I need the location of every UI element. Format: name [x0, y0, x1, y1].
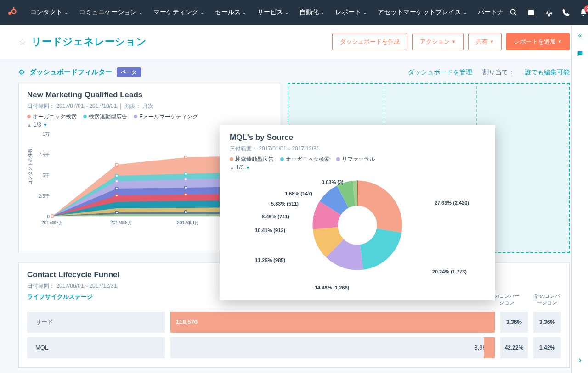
pager-text: 1/3	[34, 122, 41, 128]
filter-icon[interactable]: ⚙	[18, 68, 25, 77]
svg-point-46	[580, 53, 580, 53]
donut-label-d: 11.25% (985)	[255, 257, 285, 263]
nav-service[interactable]: サービス⌄	[252, 8, 294, 17]
card1-freq-label: 頻度：	[124, 103, 141, 109]
svg-text:2017年7月: 2017年7月	[41, 220, 63, 225]
nav-marketplace[interactable]: アセットマーケットプレイス⌄	[372, 8, 472, 17]
actions-button[interactable]: アクション▼	[412, 33, 464, 50]
svg-point-5	[510, 9, 515, 14]
funnel-row-mql: MQL 3,984 42.22% 1.42%	[27, 337, 561, 358]
nav-contacts[interactable]: コンタクト⌄	[25, 8, 74, 17]
marketplace-icon[interactable]	[526, 8, 536, 17]
nav-communication[interactable]: コミュニケーション⌄	[74, 8, 148, 17]
svg-text:コンタクトの件数: コンタクトの件数	[28, 148, 33, 185]
donut-label-f: 8.46% (741)	[262, 214, 289, 219]
float-pager-text: 1/3	[236, 164, 244, 171]
donut-label-a: 27.63% (2,420)	[435, 200, 469, 206]
donut-label-e: 10.41% (912)	[255, 228, 285, 233]
svg-point-23	[184, 178, 187, 181]
svg-text:1万: 1万	[42, 132, 50, 137]
float-title: MQL's by Source	[230, 133, 485, 142]
svg-point-27	[115, 194, 118, 197]
share-button[interactable]: 共有▼	[468, 33, 502, 50]
svg-text:2017年9月: 2017年9月	[177, 220, 199, 225]
legend-email: Eメールマーケティング	[139, 113, 198, 120]
float-pager-prev-icon[interactable]: ▲	[230, 165, 234, 170]
hubspot-logo-icon[interactable]	[6, 6, 17, 18]
nav-items: コンタクト⌄ コミュニケーション⌄ マーケティング⌄ セールス⌄ サービス⌄ 自…	[25, 8, 509, 17]
manage-dashboard-link[interactable]: ダッシュボードを管理	[408, 68, 472, 77]
svg-point-1	[12, 10, 16, 14]
legend-paid: 検索連動型広告	[89, 113, 127, 120]
float-legend-organic: オーガニック検索	[286, 156, 330, 162]
beta-badge: ベータ	[117, 67, 141, 77]
conv2: 3.36%	[533, 312, 561, 333]
donut-chart	[305, 173, 410, 278]
phone-icon[interactable]	[561, 8, 571, 17]
float-pager-next-icon[interactable]: ▼	[246, 165, 250, 170]
assign-value-link[interactable]: 誰でも編集可能	[525, 68, 570, 77]
settings-icon[interactable]	[544, 8, 553, 17]
create-dashboard-button[interactable]: ダッシュボードを作成	[332, 33, 407, 50]
nav-marketing[interactable]: マーケティング⌄	[148, 8, 209, 17]
svg-text:5千: 5千	[42, 173, 50, 178]
funnel-name: MQL	[27, 337, 165, 358]
float-date-range: 2017/01/01～2017/12/31	[259, 145, 319, 152]
card2-date-range: 2017/06/01～2017/12/31	[56, 283, 117, 289]
svg-text:2017年8月: 2017年8月	[110, 220, 132, 225]
page-title: リードジェネレーション	[31, 35, 147, 49]
svg-line-6	[514, 13, 516, 15]
funnel-name: リード	[27, 312, 165, 333]
search-icon[interactable]	[509, 8, 518, 17]
pager-next-icon[interactable]: ▼	[43, 122, 48, 128]
mql-by-source-card: MQL's by Source 日付範囲： 2017/01/01～2017/12…	[220, 125, 495, 300]
donut-label-g: 5.83% (511)	[271, 201, 299, 206]
add-report-button[interactable]: レポートを追加▼	[506, 33, 570, 50]
card1-title: New Marketing Qualified Leads	[27, 90, 271, 100]
svg-point-4	[13, 7, 15, 9]
donut-label-i: 0.03% (3)	[322, 179, 344, 185]
dashboard-filter-link[interactable]: ダッシュボードフィルター	[29, 68, 112, 77]
conv-head-2: 計のコンバージョン	[533, 293, 561, 306]
page-header: ☆ リードジェネレーション ダッシュボードを作成 アクション▼ 共有▼ レポート…	[0, 25, 588, 59]
top-nav: コンタクト⌄ コミュニケーション⌄ マーケティング⌄ セールス⌄ サービス⌄ 自…	[0, 0, 588, 25]
svg-point-44	[338, 206, 377, 245]
chat-icon[interactable]	[577, 50, 584, 59]
nav-reports[interactable]: レポート⌄	[330, 8, 372, 17]
funnel-row-lead: リード 118,570 3.36% 3.36%	[27, 312, 561, 333]
expand-rail-icon[interactable]: ›	[579, 355, 582, 365]
svg-text:0: 0	[47, 214, 50, 219]
donut-label-c: 14.46% (1,266)	[315, 285, 349, 290]
filter-bar: ⚙ ダッシュボードフィルター ベータ ダッシュボードを管理 割り当て： 誰でも編…	[0, 59, 588, 83]
conv1: 3.36%	[500, 312, 528, 333]
float-legend-paid: 検索連動型広告	[235, 156, 274, 162]
card2-date-label: 日付範囲：	[27, 283, 55, 289]
conv1: 42.22%	[500, 337, 528, 358]
svg-point-20	[184, 173, 187, 175]
svg-point-25	[115, 187, 118, 190]
nav-partner[interactable]: パートナ	[472, 8, 509, 17]
svg-point-29	[115, 211, 118, 214]
svg-point-30	[184, 211, 187, 213]
svg-point-45	[579, 53, 579, 53]
donut-label-h: 1.68% (147)	[285, 191, 312, 196]
nav-sales[interactable]: セールス⌄	[209, 8, 252, 17]
collapse-rail-icon[interactable]: «	[578, 31, 582, 39]
card1-date-range: 2017/07/01～2017/10/31	[56, 103, 117, 109]
funnel-stage-label: ライフサイクルステージ	[27, 293, 93, 301]
nav-automation[interactable]: 自動化⌄	[294, 8, 330, 17]
legend-organic: オーガニック検索	[33, 113, 77, 120]
card1-freq-value: 月次	[142, 103, 153, 109]
assign-label: 割り当て：	[482, 68, 514, 77]
svg-point-15	[51, 215, 54, 217]
svg-text:2.5千: 2.5千	[39, 194, 50, 199]
conv2: 1.42%	[533, 337, 561, 358]
svg-point-26	[184, 186, 187, 189]
conv-head-1: のコンバージョン	[493, 293, 520, 306]
svg-point-17	[184, 156, 187, 159]
right-rail: « ›	[571, 25, 588, 368]
notifications-icon[interactable]: 2	[579, 8, 588, 17]
svg-point-19	[115, 174, 118, 177]
pager-prev-icon[interactable]: ▲	[27, 122, 32, 128]
favorite-star-icon[interactable]: ☆	[18, 36, 27, 47]
